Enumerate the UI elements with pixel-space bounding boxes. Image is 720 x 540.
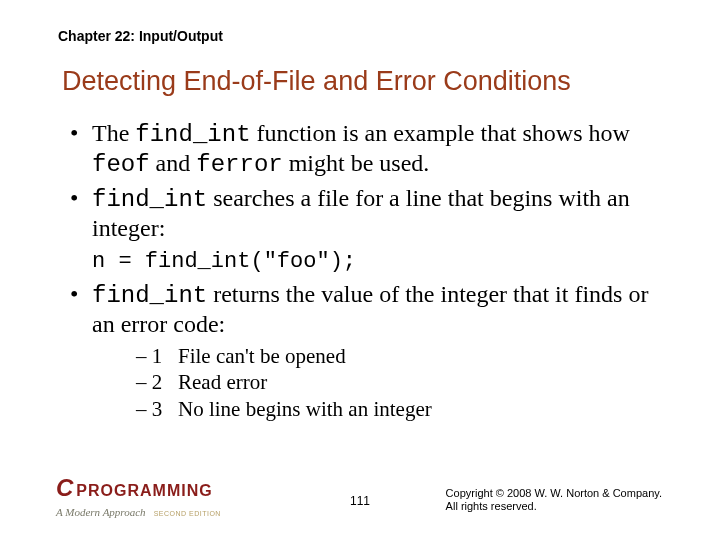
bullet-list-2: find_int returns the value of the intege… — [48, 280, 672, 422]
error-desc: Read error — [178, 370, 267, 394]
error-desc: File can't be opened — [178, 344, 346, 368]
code-example: n = find_int("foo"); — [92, 249, 672, 274]
text: and — [150, 150, 197, 176]
bullet-list: The find_int function is an example that… — [48, 119, 672, 243]
code-find-int: find_int — [92, 186, 207, 213]
chapter-label: Chapter 22: Input/Output — [58, 28, 672, 44]
logo-edition: SECOND EDITION — [154, 510, 221, 517]
error-code: – 1 — [136, 344, 178, 370]
slide: Chapter 22: Input/Output Detecting End-o… — [0, 0, 720, 422]
bullet-3: find_int returns the value of the intege… — [70, 280, 662, 422]
copyright-line1: Copyright © 2008 W. W. Norton & Company. — [446, 487, 662, 501]
bullet-2: find_int searches a file for a line that… — [70, 184, 662, 244]
error-code: – 2 — [136, 370, 178, 396]
error-code: – 3 — [136, 397, 178, 423]
error-row: – 3No line begins with an integer — [136, 397, 662, 423]
code-ferror: ferror — [196, 151, 282, 178]
text: function is an example that shows how — [251, 120, 630, 146]
code-feof: feof — [92, 151, 150, 178]
text: The — [92, 120, 135, 146]
slide-title: Detecting End-of-File and Error Conditio… — [62, 66, 672, 97]
error-row: – 2Read error — [136, 370, 662, 396]
code-find-int: find_int — [92, 282, 207, 309]
error-code-list: – 1File can't be opened – 2Read error – … — [136, 344, 662, 423]
bullet-1: The find_int function is an example that… — [70, 119, 662, 180]
code-find-int: find_int — [135, 121, 250, 148]
footer: CPROGRAMMING A Modern Approach SECOND ED… — [0, 476, 720, 522]
copyright-line2: All rights reserved. — [446, 500, 662, 514]
error-row: – 1File can't be opened — [136, 344, 662, 370]
error-desc: No line begins with an integer — [178, 397, 432, 421]
text: might be used. — [283, 150, 430, 176]
copyright: Copyright © 2008 W. W. Norton & Company.… — [446, 487, 662, 515]
